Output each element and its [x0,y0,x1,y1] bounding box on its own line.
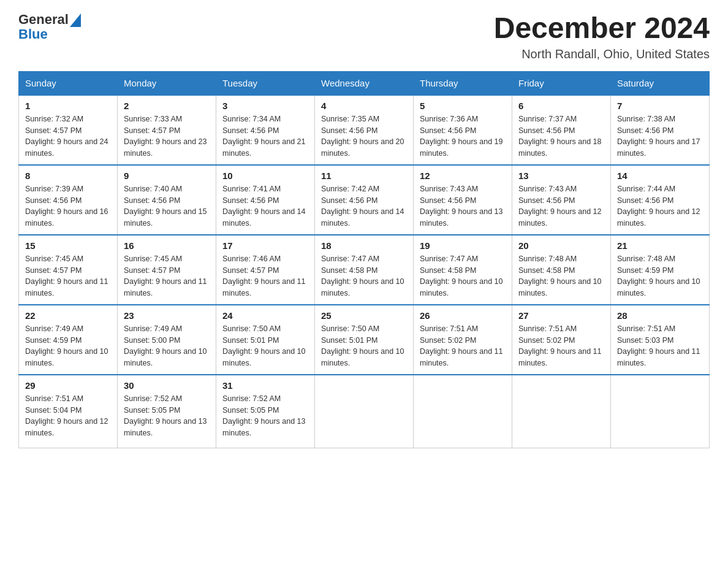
day-info: Sunrise: 7:38 AM Sunset: 4:56 PM Dayligh… [617,113,703,159]
day-number: 1 [25,101,111,111]
table-cell [315,375,414,448]
day-number: 21 [617,240,703,251]
day-number: 9 [124,170,210,181]
col-header-monday: Monday [118,71,216,95]
table-cell: 4 Sunrise: 7:35 AM Sunset: 4:56 PM Dayli… [315,95,414,165]
day-info: Sunrise: 7:39 AM Sunset: 4:56 PM Dayligh… [25,183,111,229]
table-cell: 18 Sunrise: 7:47 AM Sunset: 4:58 PM Dayl… [315,235,414,305]
table-cell: 21 Sunrise: 7:48 AM Sunset: 4:59 PM Dayl… [611,235,710,305]
title-area: December 2024 North Randall, Ohio, Unite… [494,12,710,61]
day-number: 25 [321,310,407,321]
day-info: Sunrise: 7:50 AM Sunset: 5:01 PM Dayligh… [321,323,407,369]
day-info: Sunrise: 7:51 AM Sunset: 5:02 PM Dayligh… [518,323,604,369]
col-header-tuesday: Tuesday [216,71,315,95]
day-number: 30 [124,380,210,391]
day-number: 18 [321,240,407,251]
table-cell: 30 Sunrise: 7:52 AM Sunset: 5:05 PM Dayl… [118,375,216,448]
day-info: Sunrise: 7:49 AM Sunset: 4:59 PM Dayligh… [25,323,111,369]
logo-triangle-icon [70,13,81,27]
day-info: Sunrise: 7:51 AM Sunset: 5:02 PM Dayligh… [420,323,506,369]
day-info: Sunrise: 7:52 AM Sunset: 5:05 PM Dayligh… [222,393,308,439]
day-number: 27 [518,310,604,321]
day-number: 20 [518,240,604,251]
table-cell [414,375,512,448]
table-cell: 19 Sunrise: 7:47 AM Sunset: 4:58 PM Dayl… [414,235,512,305]
table-cell: 14 Sunrise: 7:44 AM Sunset: 4:56 PM Dayl… [611,165,710,235]
day-info: Sunrise: 7:43 AM Sunset: 4:56 PM Dayligh… [420,183,506,229]
day-info: Sunrise: 7:45 AM Sunset: 4:57 PM Dayligh… [25,253,111,299]
logo: General Blue [18,12,81,42]
day-info: Sunrise: 7:51 AM Sunset: 5:04 PM Dayligh… [25,393,111,439]
table-cell [611,375,710,448]
table-cell: 16 Sunrise: 7:45 AM Sunset: 4:57 PM Dayl… [118,235,216,305]
table-cell: 1 Sunrise: 7:32 AM Sunset: 4:57 PM Dayli… [19,95,118,165]
table-cell: 2 Sunrise: 7:33 AM Sunset: 4:57 PM Dayli… [118,95,216,165]
day-number: 28 [617,310,703,321]
day-number: 22 [25,310,111,321]
day-info: Sunrise: 7:36 AM Sunset: 4:56 PM Dayligh… [420,113,506,159]
day-number: 10 [222,170,308,181]
col-header-wednesday: Wednesday [315,71,414,95]
table-cell: 13 Sunrise: 7:43 AM Sunset: 4:56 PM Dayl… [512,165,611,235]
day-number: 11 [321,170,407,181]
table-cell: 28 Sunrise: 7:51 AM Sunset: 5:03 PM Dayl… [611,305,710,375]
calendar-week-row: 1 Sunrise: 7:32 AM Sunset: 4:57 PM Dayli… [19,95,710,165]
calendar-week-row: 15 Sunrise: 7:45 AM Sunset: 4:57 PM Dayl… [19,235,710,305]
svg-marker-0 [70,13,81,27]
table-cell: 8 Sunrise: 7:39 AM Sunset: 4:56 PM Dayli… [19,165,118,235]
table-cell: 29 Sunrise: 7:51 AM Sunset: 5:04 PM Dayl… [19,375,118,448]
table-cell: 7 Sunrise: 7:38 AM Sunset: 4:56 PM Dayli… [611,95,710,165]
calendar-table: SundayMondayTuesdayWednesdayThursdayFrid… [18,71,710,449]
calendar-week-row: 22 Sunrise: 7:49 AM Sunset: 4:59 PM Dayl… [19,305,710,375]
day-info: Sunrise: 7:50 AM Sunset: 5:01 PM Dayligh… [222,323,308,369]
day-info: Sunrise: 7:47 AM Sunset: 4:58 PM Dayligh… [420,253,506,299]
day-info: Sunrise: 7:42 AM Sunset: 4:56 PM Dayligh… [321,183,407,229]
day-number: 15 [25,240,111,251]
table-cell: 24 Sunrise: 7:50 AM Sunset: 5:01 PM Dayl… [216,305,315,375]
day-info: Sunrise: 7:48 AM Sunset: 4:58 PM Dayligh… [518,253,604,299]
day-info: Sunrise: 7:41 AM Sunset: 4:56 PM Dayligh… [222,183,308,229]
table-cell: 22 Sunrise: 7:49 AM Sunset: 4:59 PM Dayl… [19,305,118,375]
day-info: Sunrise: 7:33 AM Sunset: 4:57 PM Dayligh… [124,113,210,159]
day-info: Sunrise: 7:35 AM Sunset: 4:56 PM Dayligh… [321,113,407,159]
table-cell: 12 Sunrise: 7:43 AM Sunset: 4:56 PM Dayl… [414,165,512,235]
day-number: 4 [321,101,407,111]
calendar-week-row: 29 Sunrise: 7:51 AM Sunset: 5:04 PM Dayl… [19,375,710,448]
day-info: Sunrise: 7:45 AM Sunset: 4:57 PM Dayligh… [124,253,210,299]
day-number: 23 [124,310,210,321]
day-number: 29 [25,380,111,391]
day-info: Sunrise: 7:40 AM Sunset: 4:56 PM Dayligh… [124,183,210,229]
page-header: General Blue December 2024 North Randall… [18,12,710,61]
calendar-week-row: 8 Sunrise: 7:39 AM Sunset: 4:56 PM Dayli… [19,165,710,235]
table-cell: 23 Sunrise: 7:49 AM Sunset: 5:00 PM Dayl… [118,305,216,375]
table-cell: 3 Sunrise: 7:34 AM Sunset: 4:56 PM Dayli… [216,95,315,165]
day-info: Sunrise: 7:44 AM Sunset: 4:56 PM Dayligh… [617,183,703,229]
day-info: Sunrise: 7:43 AM Sunset: 4:56 PM Dayligh… [518,183,604,229]
table-cell: 25 Sunrise: 7:50 AM Sunset: 5:01 PM Dayl… [315,305,414,375]
day-number: 5 [420,101,506,111]
day-number: 6 [518,101,604,111]
table-cell: 10 Sunrise: 7:41 AM Sunset: 4:56 PM Dayl… [216,165,315,235]
table-cell: 31 Sunrise: 7:52 AM Sunset: 5:05 PM Dayl… [216,375,315,448]
day-info: Sunrise: 7:48 AM Sunset: 4:59 PM Dayligh… [617,253,703,299]
logo-blue-text: Blue [18,27,81,42]
table-cell: 20 Sunrise: 7:48 AM Sunset: 4:58 PM Dayl… [512,235,611,305]
table-cell: 11 Sunrise: 7:42 AM Sunset: 4:56 PM Dayl… [315,165,414,235]
day-number: 26 [420,310,506,321]
table-cell: 26 Sunrise: 7:51 AM Sunset: 5:02 PM Dayl… [414,305,512,375]
table-cell: 5 Sunrise: 7:36 AM Sunset: 4:56 PM Dayli… [414,95,512,165]
col-header-friday: Friday [512,71,611,95]
table-cell: 17 Sunrise: 7:46 AM Sunset: 4:57 PM Dayl… [216,235,315,305]
day-info: Sunrise: 7:34 AM Sunset: 4:56 PM Dayligh… [222,113,308,159]
table-cell: 27 Sunrise: 7:51 AM Sunset: 5:02 PM Dayl… [512,305,611,375]
day-number: 16 [124,240,210,251]
day-number: 24 [222,310,308,321]
table-cell: 9 Sunrise: 7:40 AM Sunset: 4:56 PM Dayli… [118,165,216,235]
day-number: 17 [222,240,308,251]
table-cell: 15 Sunrise: 7:45 AM Sunset: 4:57 PM Dayl… [19,235,118,305]
day-info: Sunrise: 7:49 AM Sunset: 5:00 PM Dayligh… [124,323,210,369]
day-info: Sunrise: 7:47 AM Sunset: 4:58 PM Dayligh… [321,253,407,299]
day-number: 7 [617,101,703,111]
day-number: 31 [222,380,308,391]
col-header-thursday: Thursday [414,71,512,95]
